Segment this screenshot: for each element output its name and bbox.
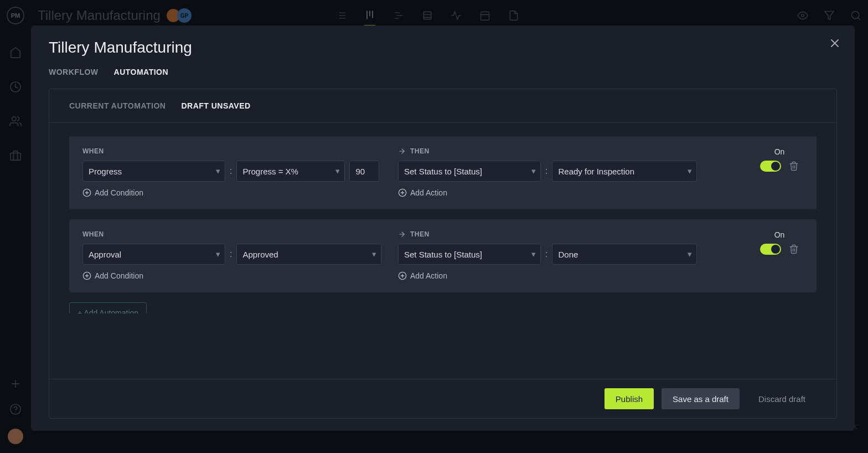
add-condition-button[interactable]: Add Condition — [82, 188, 398, 197]
add-action-button[interactable]: Add Action — [398, 271, 756, 280]
modal-title: Tillery Manufacturing — [49, 39, 837, 56]
toggle-label: On — [774, 230, 785, 239]
close-icon[interactable] — [828, 37, 841, 50]
colon: : — [545, 166, 547, 176]
arrow-right-icon — [398, 230, 406, 238]
panel-body: WHEN Progress▾ : Progress = X%▾ 90 Add C… — [49, 123, 836, 379]
colon: : — [545, 249, 547, 259]
when-label: WHEN — [82, 230, 398, 238]
automation-row: WHEN Approval▾ : Approved▾ Add Condition — [69, 219, 817, 292]
then-value-select[interactable]: Done▾ — [552, 244, 697, 265]
when-label: WHEN — [82, 147, 398, 155]
automation-modal: Tillery Manufacturing WORKFLOW AUTOMATIO… — [31, 25, 855, 431]
colon: : — [230, 249, 232, 259]
modal-tabs: WORKFLOW AUTOMATION — [49, 68, 837, 76]
save-draft-button[interactable]: Save as a draft — [662, 388, 740, 409]
panel-subtabs: CURRENT AUTOMATION DRAFT UNSAVED — [49, 89, 836, 123]
then-action-select[interactable]: Set Status to [Status]▾ — [398, 161, 541, 182]
when-trigger-select[interactable]: Approval▾ — [82, 244, 225, 265]
add-action-button[interactable]: Add Action — [398, 188, 756, 197]
enable-toggle[interactable] — [760, 244, 781, 255]
then-action-select[interactable]: Set Status to [Status]▾ — [398, 244, 541, 265]
then-label: THEN — [398, 230, 756, 238]
trash-icon[interactable] — [789, 161, 799, 171]
when-operator-select[interactable]: Approved▾ — [236, 244, 381, 265]
add-automation-button[interactable]: + Add Automation — [69, 302, 147, 323]
add-condition-button[interactable]: Add Condition — [82, 271, 398, 280]
discard-draft-button[interactable]: Discard draft — [747, 388, 817, 409]
subtab-draft[interactable]: DRAFT UNSAVED — [181, 101, 250, 110]
tab-automation[interactable]: AUTOMATION — [114, 68, 169, 76]
when-value-input[interactable]: 90 — [349, 161, 379, 182]
automation-row: WHEN Progress▾ : Progress = X%▾ 90 Add C… — [69, 136, 817, 209]
toggle-label: On — [774, 147, 785, 156]
colon: : — [230, 166, 232, 176]
publish-button[interactable]: Publish — [604, 388, 654, 409]
then-label: THEN — [398, 147, 756, 155]
tab-workflow[interactable]: WORKFLOW — [49, 68, 99, 76]
when-trigger-select[interactable]: Progress▾ — [82, 161, 225, 182]
arrow-right-icon — [398, 147, 406, 155]
then-value-select[interactable]: Ready for Inspection▾ — [552, 161, 697, 182]
automation-panel: CURRENT AUTOMATION DRAFT UNSAVED WHEN Pr… — [49, 89, 837, 419]
enable-toggle[interactable] — [760, 161, 781, 172]
trash-icon[interactable] — [789, 244, 799, 254]
when-operator-select[interactable]: Progress = X%▾ — [236, 161, 345, 182]
subtab-current[interactable]: CURRENT AUTOMATION — [69, 101, 166, 110]
panel-footer: Publish Save as a draft Discard draft — [49, 379, 836, 418]
